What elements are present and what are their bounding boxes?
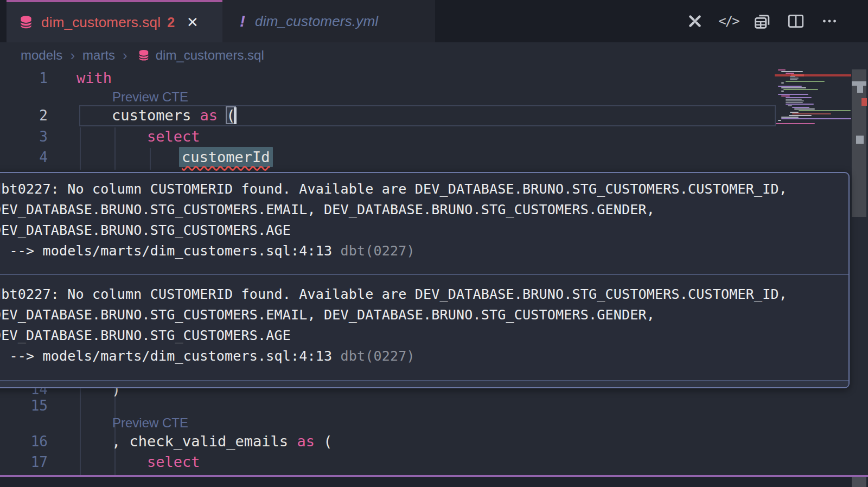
overview-ruler-marker xyxy=(852,81,866,86)
minimap-code-line xyxy=(790,76,795,77)
indent-guide xyxy=(150,148,151,170)
minimap-code-line xyxy=(786,81,825,82)
minimap-code-line xyxy=(799,110,851,111)
error-text-line: dbt0227: No column CUSTOMERID found. Ava… xyxy=(0,179,848,200)
code-line[interactable]: customers as ( xyxy=(112,105,235,126)
text-cursor xyxy=(234,107,237,124)
scrollbar-overview-ruler[interactable] xyxy=(852,69,866,217)
overview-ruler-marker xyxy=(861,98,867,106)
minimap-code-line xyxy=(781,82,784,84)
divider xyxy=(0,274,848,275)
code-line[interactable]: select xyxy=(147,452,200,472)
minimap-code-line xyxy=(778,69,786,71)
indent-guide xyxy=(80,379,81,476)
error-file-location[interactable]: --> models/marts/dim_customers.sql:4:13 xyxy=(0,348,341,364)
line-number: 3 xyxy=(0,126,48,147)
minimap-code-line xyxy=(790,78,799,79)
minimap-code-line xyxy=(783,89,818,90)
error-token-customerid: customerId xyxy=(179,147,273,167)
minimap-code-line xyxy=(781,95,790,97)
minimap-code-line xyxy=(786,97,812,98)
minimap-code-line xyxy=(781,71,803,72)
minimap-code-line xyxy=(790,79,797,80)
minimap-code-line xyxy=(781,87,806,88)
minimap-code-line xyxy=(778,94,808,95)
codelens-preview-cte[interactable]: Preview CTE xyxy=(112,88,188,106)
minimap-code-line xyxy=(786,102,803,103)
code-token: as xyxy=(200,107,218,124)
minimap-code-line xyxy=(786,104,814,105)
line-number: 15 xyxy=(0,395,48,416)
error-code-dbt0227: dbt(0227) xyxy=(341,348,415,364)
error-location-line: --> models/marts/dim_customers.sql:4:13 … xyxy=(0,241,848,261)
error-text-line: DEV_DATABASE.BRUNO.STG_CUSTOMERS.EMAIL, … xyxy=(0,200,848,220)
error-message-block: dbt0227: No column CUSTOMERID found. Ava… xyxy=(0,278,848,373)
error-text-line: DEV_DATABASE.BRUNO.STG_CUSTOMERS.EMAIL, … xyxy=(0,305,848,325)
indent-guide xyxy=(80,127,81,170)
line-number: 1 xyxy=(0,68,48,88)
code-token: as xyxy=(297,433,315,450)
minimap-code-line xyxy=(781,118,851,119)
code-token: customers xyxy=(112,107,191,124)
overview-ruler-marker xyxy=(857,86,863,93)
error-text-line: DEV_DATABASE.BRUNO.STG_CUSTOMERS.AGE xyxy=(0,325,848,346)
vscode-window: 1withPreview CTE2customers as (3select4c… xyxy=(0,0,868,487)
no-quick-fixes-label: No quick fixes available xyxy=(149,386,302,388)
hover-status-bar: View Problem (⌥F8) No quick fixes availa… xyxy=(0,381,848,388)
error-messages: dbt0227: No column CUSTOMERID found. Ava… xyxy=(0,173,848,373)
minimap-code-line xyxy=(786,100,804,101)
minimap-code-line xyxy=(789,115,812,116)
code-token: ( xyxy=(315,433,333,450)
minimap-code-line xyxy=(790,112,799,113)
error-location-line: --> models/marts/dim_customers.sql:4:13 … xyxy=(0,346,848,367)
line-number: 16 xyxy=(0,431,48,452)
code-line[interactable]: , check_valid_emails as ( xyxy=(112,431,332,452)
codelens-preview-cte[interactable]: Preview CTE xyxy=(112,414,188,432)
line-number: 4 xyxy=(0,147,48,168)
code-line[interactable]: customerId xyxy=(182,147,270,168)
overview-ruler-marker xyxy=(856,136,864,144)
code-token xyxy=(191,107,200,124)
view-problem-link[interactable]: View Problem (⌥F8) xyxy=(0,386,129,389)
indent-guide xyxy=(114,127,116,170)
panel-below-scrollbar[interactable] xyxy=(852,477,866,487)
code-token: with xyxy=(76,69,112,86)
error-message-block: dbt0227: No column CUSTOMERID found. Ava… xyxy=(0,173,848,267)
error-hover-popup: dbt0227: No column CUSTOMERID found. Ava… xyxy=(0,172,850,388)
minimap-code-line xyxy=(776,123,815,124)
minimap-code-line xyxy=(792,113,831,114)
code-token: select xyxy=(147,128,200,145)
code-token xyxy=(288,433,297,450)
error-file-location[interactable]: --> models/marts/dim_customers.sql:4:13 xyxy=(0,243,341,259)
line-number: 17 xyxy=(0,452,48,472)
minimap-code-line xyxy=(786,73,794,74)
code-line[interactable]: select xyxy=(147,126,200,147)
code-token: select xyxy=(147,453,200,470)
error-text-line: DEV_DATABASE.BRUNO.STG_CUSTOMERS.AGE xyxy=(0,220,848,241)
minimap-code-line xyxy=(781,117,799,118)
line-number: 2 xyxy=(0,105,48,126)
code-token: , xyxy=(112,433,130,450)
minimap-code-line xyxy=(778,120,781,121)
code-token xyxy=(218,107,226,124)
minimap-error-line xyxy=(775,74,851,76)
minimap-code-line xyxy=(781,91,784,92)
panel-below-edge xyxy=(0,477,868,487)
minimap-code-line xyxy=(788,105,792,106)
code-token: check_valid_emails xyxy=(130,433,289,450)
minimap-code-line xyxy=(778,86,802,87)
minimap[interactable] xyxy=(775,69,851,145)
error-text-line: dbt0227: No column CUSTOMERID found. Ava… xyxy=(0,284,848,305)
minimap-code-line xyxy=(792,107,809,108)
bottom-sash[interactable] xyxy=(0,475,868,477)
minimap-code-line xyxy=(786,99,802,100)
minimap-code-line xyxy=(794,108,815,110)
code-line[interactable]: with xyxy=(76,68,112,88)
error-code-dbt0227: dbt(0227) xyxy=(341,243,415,259)
